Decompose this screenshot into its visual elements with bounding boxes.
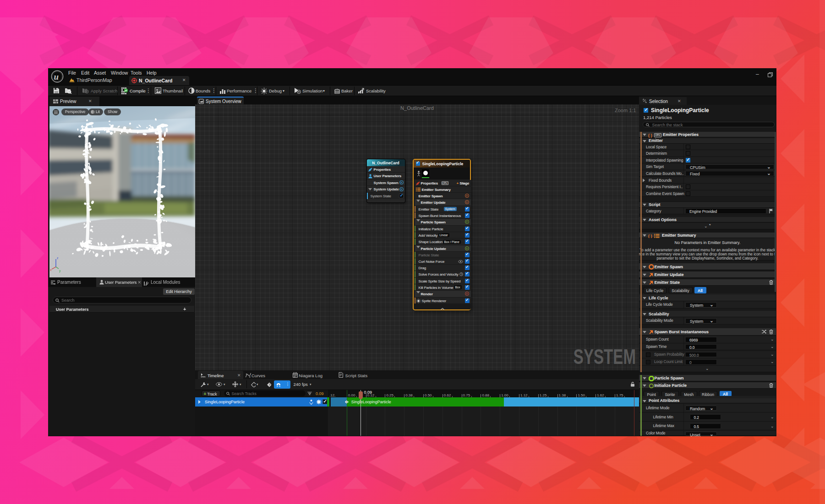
svg-text:y: y [59, 269, 61, 273]
svg-text:x: x [50, 268, 52, 271]
svg-text:u: u [54, 72, 59, 81]
svg-text:z: z [57, 256, 59, 260]
